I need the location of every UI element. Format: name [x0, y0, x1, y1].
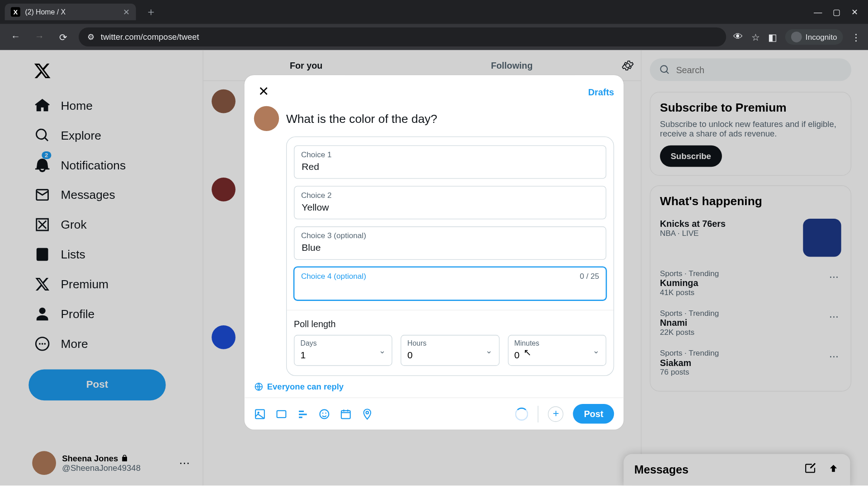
- maximize-button[interactable]: ▢: [833, 7, 840, 17]
- tab-following[interactable]: Following: [409, 60, 615, 70]
- search-icon: [659, 64, 670, 75]
- minimize-button[interactable]: —: [814, 7, 822, 17]
- drafts-link[interactable]: Drafts: [588, 87, 614, 97]
- nav-premium[interactable]: Premium: [28, 269, 193, 299]
- nav-messages[interactable]: Messages: [28, 180, 193, 210]
- poll-minutes-select[interactable]: Minutes 0 ⌄: [508, 335, 606, 366]
- nav-explore[interactable]: Explore: [28, 120, 193, 150]
- trend-item[interactable]: Sports · Trending Nnami 22K posts ⋯: [660, 303, 841, 343]
- divider: [538, 405, 538, 422]
- post-button[interactable]: Post: [573, 404, 614, 424]
- chevron-down-icon: ⌄: [379, 346, 386, 355]
- side-panel-icon[interactable]: ◧: [768, 31, 777, 42]
- trend-item[interactable]: Knicks at 76ers NBA · LIVE: [660, 213, 841, 263]
- trend-thumbnail: [803, 219, 841, 257]
- compose-toolbar: + Post: [245, 398, 624, 430]
- char-counter: 0 / 25: [580, 272, 599, 281]
- close-modal-button[interactable]: ✕: [254, 82, 273, 101]
- browser-chrome: X (2) Home / X ✕ ＋ — ▢ ✕ ← → ⟳ ⚙ twitter…: [0, 0, 868, 50]
- nav-grok[interactable]: Grok: [28, 210, 193, 239]
- trend-more-icon[interactable]: ⋯: [827, 348, 841, 365]
- trend-item[interactable]: Sports · Trending Kuminga 41K posts ⋯: [660, 263, 841, 303]
- eye-off-icon[interactable]: 👁: [733, 32, 743, 42]
- svg-point-2: [42, 343, 43, 345]
- search-input[interactable]: [676, 65, 842, 75]
- avatar: [32, 451, 56, 475]
- happening-title: What's happening: [660, 194, 841, 208]
- media-icon[interactable]: [254, 408, 266, 420]
- reload-button[interactable]: ⟳: [55, 28, 71, 45]
- bookmark-star-icon[interactable]: ☆: [751, 31, 760, 42]
- address-bar: ← → ⟳ ⚙ twitter.com/compose/tweet 👁 ☆ ◧ …: [0, 24, 868, 50]
- premium-panel: Subscribe to Premium Subscribe to unlock…: [650, 92, 851, 176]
- compose-text[interactable]: What is the color of the day?: [286, 106, 614, 136]
- close-window-button[interactable]: ✕: [851, 7, 859, 17]
- account-switcher[interactable]: Sheena Jones @SheenaJone49348 ⋯: [28, 445, 193, 481]
- svg-point-6: [257, 411, 259, 413]
- lists-icon: [34, 247, 50, 262]
- gif-icon[interactable]: [275, 408, 287, 420]
- nav-more[interactable]: More: [28, 329, 193, 359]
- tab-for-you[interactable]: For you: [203, 60, 409, 70]
- new-tab-button[interactable]: ＋: [141, 2, 161, 21]
- site-settings-icon[interactable]: ⚙: [87, 32, 95, 42]
- globe-icon: [254, 382, 264, 391]
- svg-point-9: [322, 412, 324, 413]
- emoji-icon[interactable]: [318, 408, 330, 420]
- timeline-settings-icon[interactable]: [615, 59, 641, 71]
- left-nav: Home Explore 2 Notifications Messages Gr…: [0, 50, 203, 486]
- feed-avatar[interactable]: [212, 178, 236, 202]
- lock-icon: [121, 454, 129, 462]
- compose-avatar: [254, 106, 279, 131]
- messages-dock[interactable]: Messages: [623, 454, 850, 486]
- notifications-badge: 2: [42, 151, 51, 159]
- tab-close-icon[interactable]: ✕: [123, 7, 130, 17]
- expand-up-icon[interactable]: [827, 462, 839, 474]
- poll-choice-3: Choice 3 (optional): [294, 226, 606, 260]
- trend-more-icon[interactable]: ⋯: [827, 309, 841, 325]
- poll-hours-select[interactable]: Hours 0 ⌄: [401, 335, 500, 366]
- feed-avatar[interactable]: [212, 89, 236, 113]
- x-logo-icon[interactable]: [33, 62, 52, 80]
- nav-profile[interactable]: Profile: [28, 299, 193, 329]
- incognito-icon: [791, 32, 802, 42]
- nav-lists[interactable]: Lists: [28, 239, 193, 269]
- page: Home Explore 2 Notifications Messages Gr…: [0, 50, 868, 486]
- feed-avatar[interactable]: [212, 325, 236, 349]
- nav-home[interactable]: Home: [28, 90, 193, 120]
- mail-icon: [34, 187, 50, 202]
- display-name: Sheena Jones: [62, 454, 141, 463]
- subscribe-button[interactable]: Subscribe: [660, 145, 722, 167]
- schedule-icon[interactable]: [340, 408, 352, 420]
- location-icon[interactable]: [361, 408, 373, 420]
- add-thread-button[interactable]: +: [548, 406, 564, 422]
- trend-more-icon[interactable]: ⋯: [827, 269, 841, 285]
- poll-days-select[interactable]: Days 1 ⌄: [294, 335, 392, 366]
- search-icon: [34, 127, 50, 143]
- url-field[interactable]: ⚙ twitter.com/compose/tweet: [79, 28, 726, 47]
- poll-icon[interactable]: [297, 408, 309, 420]
- x-premium-icon: [34, 277, 50, 292]
- back-button[interactable]: ←: [7, 28, 24, 45]
- incognito-badge[interactable]: Incognito: [785, 29, 843, 45]
- new-message-icon[interactable]: [804, 462, 816, 474]
- browser-tab[interactable]: X (2) Home / X ✕: [5, 4, 136, 20]
- bell-icon: [34, 157, 50, 173]
- forward-button[interactable]: →: [31, 28, 48, 45]
- svg-point-8: [320, 409, 329, 418]
- poll-choice-2-input[interactable]: [294, 186, 606, 219]
- kebab-menu-icon[interactable]: ⋮: [851, 31, 861, 42]
- window-controls: — ▢ ✕: [814, 7, 863, 17]
- poll-choice-1-input[interactable]: [294, 145, 606, 179]
- more-circle-icon: [34, 336, 50, 352]
- reply-setting[interactable]: Everyone can reply: [245, 382, 624, 397]
- premium-body: Subscribe to unlock new features and if …: [660, 119, 841, 138]
- url-text: twitter.com/compose/tweet: [101, 32, 199, 42]
- poll-choice-2: Choice 2: [294, 186, 606, 219]
- nav-notifications[interactable]: 2 Notifications: [28, 150, 193, 180]
- sidebar-post-button[interactable]: Post: [28, 370, 165, 401]
- search-box[interactable]: [650, 58, 851, 81]
- account-more-icon[interactable]: ⋯: [179, 456, 190, 469]
- svg-point-1: [39, 343, 41, 345]
- trend-item[interactable]: Sports · Trending Siakam 76 posts ⋯: [660, 343, 841, 382]
